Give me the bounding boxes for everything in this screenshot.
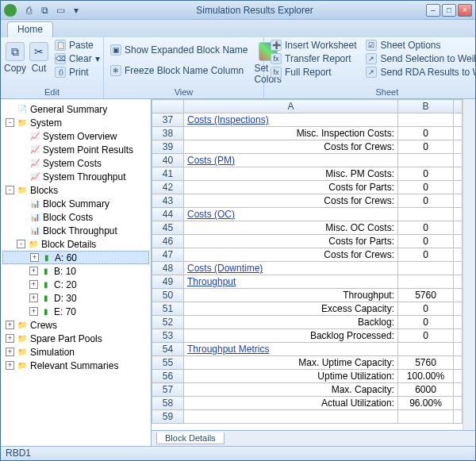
row-header[interactable]: 49 [152, 275, 184, 289]
navigation-tree[interactable]: 📄General Summary -📁System 📈System Overvi… [1, 99, 152, 446]
table-row[interactable]: 59 [152, 410, 463, 424]
cell-b[interactable]: 0 [398, 329, 454, 343]
cell-c[interactable] [454, 167, 463, 181]
table-row[interactable]: 45Misc. OC Costs:0 [152, 221, 463, 235]
tree-system-point[interactable]: 📈System Point Results [2, 143, 149, 156]
row-header[interactable]: 44 [152, 208, 184, 221]
tree-block-costs[interactable]: 📊Block Costs [2, 210, 149, 224]
cell-b[interactable]: 0 [398, 167, 454, 181]
row-header[interactable]: 59 [152, 410, 184, 424]
cell-a[interactable]: Throughput: [184, 289, 398, 302]
cell-c[interactable] [454, 316, 463, 329]
qat-copy-icon[interactable]: ⧉ [37, 3, 52, 17]
expand-icon[interactable]: + [29, 307, 38, 316]
cell-a[interactable]: Misc. Inspection Costs: [184, 127, 398, 140]
cell-a[interactable]: Backlog: [184, 316, 398, 329]
expand-icon[interactable]: + [29, 280, 38, 289]
cell-c[interactable] [454, 383, 463, 397]
sheet-tab-block-details[interactable]: Block Details [156, 432, 225, 444]
cell-b[interactable] [398, 410, 454, 424]
cell-a[interactable] [184, 410, 398, 424]
table-row[interactable]: 57Max. Capacity:6000 [152, 383, 463, 397]
cell-c[interactable] [454, 343, 463, 356]
cell-b[interactable]: 5760 [398, 289, 454, 302]
col-header-c[interactable] [454, 100, 463, 113]
table-row[interactable]: 50Throughput:5760 [152, 289, 463, 302]
row-header[interactable]: 55 [152, 356, 184, 370]
expand-icon[interactable]: + [29, 267, 38, 275]
cell-b[interactable] [398, 113, 454, 127]
table-row[interactable]: 37Costs (Inspections) [152, 113, 463, 127]
row-header[interactable]: 39 [152, 140, 184, 154]
cell-c[interactable] [454, 221, 463, 235]
clear-button[interactable]: ⌫Clear▾ [52, 52, 103, 65]
copy-button[interactable]: ⧉Copy [4, 39, 26, 74]
table-row[interactable]: 42Costs for Parts:0 [152, 181, 463, 194]
cell-b[interactable]: 100.00% [398, 370, 454, 383]
table-row[interactable]: 52Backlog:0 [152, 316, 463, 329]
table-row[interactable]: 53Backlog Processed:0 [152, 329, 463, 343]
row-header[interactable]: 54 [152, 343, 184, 356]
cell-a[interactable]: Costs for Crews: [184, 140, 398, 154]
table-row[interactable]: 51Excess Capacity:0 [152, 302, 463, 316]
expand-icon[interactable]: + [6, 334, 14, 343]
row-header[interactable]: 42 [152, 181, 184, 194]
expand-icon[interactable]: + [6, 321, 14, 329]
section-link[interactable]: Costs (OC) [187, 209, 235, 220]
cell-b[interactable]: 6000 [398, 383, 454, 397]
cut-button[interactable]: ✂Cut [29, 39, 48, 74]
table-row[interactable]: 38Misc. Inspection Costs:0 [152, 127, 463, 140]
table-row[interactable]: 55Max. Uptime Capacity:5760 [152, 356, 463, 370]
full-report-button[interactable]: fxFull Report [267, 66, 359, 79]
cell-a[interactable]: Costs (Inspections) [184, 113, 398, 127]
cell-b[interactable]: 0 [398, 181, 454, 194]
cell-a[interactable]: Max. Uptime Capacity: [184, 356, 398, 370]
row-header[interactable]: 40 [152, 154, 184, 167]
tree-system-overview[interactable]: 📈System Overview [2, 129, 149, 143]
cell-a[interactable]: Misc. OC Costs: [184, 221, 398, 235]
table-row[interactable]: 56Uptime Utilization:100.00% [152, 370, 463, 383]
table-row[interactable]: 49Throughput [152, 275, 463, 289]
close-button[interactable]: × [458, 4, 472, 17]
row-header[interactable]: 56 [152, 370, 184, 383]
cell-c[interactable] [454, 181, 463, 194]
qat-book-icon[interactable]: ▭ [53, 3, 67, 17]
table-row[interactable]: 48Costs (Downtime) [152, 262, 463, 275]
row-header[interactable]: 58 [152, 397, 184, 410]
row-header[interactable]: 45 [152, 221, 184, 235]
expand-icon[interactable]: + [30, 253, 39, 262]
cell-a[interactable]: Uptime Utilization: [184, 370, 398, 383]
row-header[interactable]: 51 [152, 302, 184, 316]
print-button[interactable]: ⎙Print [52, 66, 103, 79]
send-weibull-button[interactable]: ↗Send Selection to Weibull++ [363, 52, 476, 65]
table-row[interactable]: 39Costs for Crews:0 [152, 140, 463, 154]
cell-a[interactable]: Costs for Crews: [184, 248, 398, 262]
minimize-button[interactable]: – [426, 4, 440, 17]
results-grid[interactable]: A B 37Costs (Inspections)38Misc. Inspect… [152, 99, 463, 424]
cell-a[interactable]: Costs (Downtime) [184, 262, 398, 275]
collapse-icon[interactable]: - [17, 240, 25, 248]
tree-a60[interactable]: +▮A: 60 [2, 251, 149, 264]
cell-b[interactable] [398, 208, 454, 221]
tree-spare[interactable]: +📁Spare Part Pools [2, 332, 149, 345]
cell-a[interactable]: Costs for Parts: [184, 235, 398, 248]
cell-c[interactable] [454, 410, 463, 424]
section-link[interactable]: Throughput Metrics [187, 344, 269, 355]
tree-relevant[interactable]: +📁Relevant Summaries [2, 359, 149, 372]
transfer-report-button[interactable]: fxTransfer Report [267, 52, 359, 65]
table-row[interactable]: 43Costs for Crews:0 [152, 194, 463, 208]
tree-general-summary[interactable]: 📄General Summary [2, 102, 149, 116]
table-row[interactable]: 40Costs (PM) [152, 154, 463, 167]
freeze-column-button[interactable]: ❄Freeze Block Name Column [107, 64, 251, 77]
col-header-b[interactable]: B [398, 100, 454, 113]
cell-a[interactable]: Costs (OC) [184, 208, 398, 221]
grid-scroll[interactable]: A B 37Costs (Inspections)38Misc. Inspect… [152, 99, 463, 430]
tree-block-summary[interactable]: 📊Block Summary [2, 197, 149, 210]
cell-b[interactable]: 0 [398, 302, 454, 316]
cell-b[interactable]: 0 [398, 316, 454, 329]
row-header[interactable]: 53 [152, 329, 184, 343]
sheet-options-button[interactable]: ☑Sheet Options [363, 39, 476, 52]
cell-c[interactable] [454, 113, 463, 127]
cell-a[interactable]: Throughput [184, 275, 398, 289]
tab-home[interactable]: Home [7, 21, 53, 37]
